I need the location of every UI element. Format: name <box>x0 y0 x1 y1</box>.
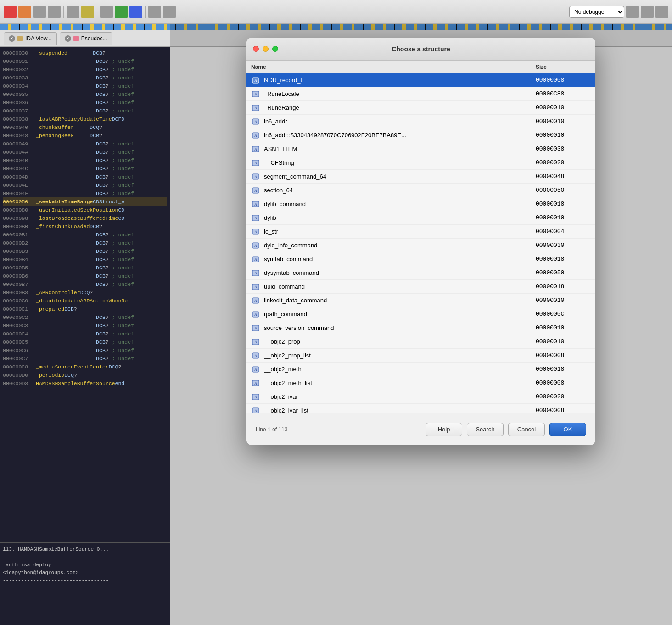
ida-line-16: 0000004E DCB ? ; undef <box>3 181 167 189</box>
struct-row-21[interactable]: A __objc2_meth00000018 <box>246 363 595 376</box>
struct-size-24: 00000008 <box>536 407 591 413</box>
struct-row-1[interactable]: A _RuneLocale00000C88 <box>246 87 595 101</box>
tab-pseudocode[interactable]: ✕ Pseudoc... <box>60 32 112 45</box>
tab-label-1: IDA View... <box>25 35 52 42</box>
struct-size-13: 00000018 <box>536 256 591 262</box>
struct-row-11[interactable]: A lc_str00000004 <box>246 225 595 239</box>
struct-row-17[interactable]: A rpath_command0000000C <box>246 307 595 321</box>
ida-line-7: 00000037 DCB ? ; undef <box>3 106 167 115</box>
close-button[interactable] <box>253 46 259 52</box>
struct-size-18: 00000010 <box>536 324 591 331</box>
tab-badge-2 <box>73 36 79 41</box>
struct-size-7: 00000048 <box>536 173 591 180</box>
cancel-button[interactable]: Cancel <box>508 423 545 436</box>
struct-name-6: __CFString <box>264 159 536 166</box>
svg-text:A: A <box>254 147 257 151</box>
struct-name-7: segment_command_64 <box>264 173 536 180</box>
struct-row-24[interactable]: A __objc2_ivar_list00000008 <box>246 404 595 413</box>
struct-row-0[interactable]: A NDR_record_t00000008 <box>246 73 595 87</box>
help-button[interactable]: Help <box>426 423 462 436</box>
tab-close-1[interactable]: ✕ <box>9 35 15 42</box>
ida-line-21: 000000B0 _firstChunkLoaded DCB ? <box>3 222 167 230</box>
svg-text:A: A <box>254 381 257 385</box>
struct-icon-9: A <box>251 200 260 209</box>
struct-icon-2: A <box>251 103 260 112</box>
struct-size-8: 00000050 <box>536 187 591 194</box>
toolbar-icon-6 <box>81 6 94 18</box>
terminal-line-4: ----------------------------------- <box>3 576 167 584</box>
struct-row-7[interactable]: A segment_command_6400000048 <box>246 170 595 184</box>
tab-ida-view[interactable]: ✕ IDA View... <box>4 32 57 45</box>
struct-row-2[interactable]: A _RuneRange00000010 <box>246 101 595 115</box>
struct-row-20[interactable]: A __objc2_prop_list00000008 <box>246 349 595 363</box>
struct-name-22: __objc2_meth_list <box>264 379 536 386</box>
minimize-button[interactable] <box>263 46 269 52</box>
maximize-button[interactable] <box>272 46 278 52</box>
struct-row-4[interactable]: A in6_addr::$3304349287070C706902F20BE7B… <box>246 128 595 142</box>
struct-icon-1: A <box>251 89 260 99</box>
struct-row-23[interactable]: A __objc2_ivar00000020 <box>246 390 595 404</box>
struct-icon-12: A <box>251 241 260 250</box>
struct-name-24: __objc2_ivar_list <box>264 407 536 413</box>
ida-line-20: 00000098 _lastBroadcastBufferedTime CD <box>3 214 167 222</box>
struct-row-6[interactable]: A __CFString00000020 <box>246 156 595 170</box>
struct-icon-11: A <box>251 227 260 236</box>
svg-text:A: A <box>254 312 257 317</box>
struct-row-16[interactable]: A linkedit_data_command00000010 <box>246 294 595 307</box>
struct-row-12[interactable]: A dyld_info_command00000030 <box>246 239 595 252</box>
struct-icon-21: A <box>251 365 260 374</box>
toolbar-icon-3 <box>33 6 46 18</box>
struct-icon-10: A <box>251 213 260 223</box>
svg-text:A: A <box>254 299 257 303</box>
ida-line-24: 000000B3 DCB ? ; undef <box>3 247 167 255</box>
ida-line-4: 00000034 DCB ? ; undef <box>3 82 167 90</box>
struct-name-1: _RuneLocale <box>264 90 536 97</box>
struct-size-3: 00000010 <box>536 118 591 125</box>
struct-name-18: source_version_command <box>264 324 536 331</box>
struct-size-5: 00000038 <box>536 145 591 152</box>
struct-row-13[interactable]: A symtab_command00000018 <box>246 252 595 266</box>
ida-terminal: 113. HAMDASHSampleBufferSource:0... -aut… <box>0 542 170 625</box>
toolbar-icon-5 <box>67 6 79 18</box>
struct-row-9[interactable]: A dylib_command00000018 <box>246 197 595 211</box>
struct-icon-17: A <box>251 310 260 319</box>
ok-button[interactable]: OK <box>549 423 586 436</box>
svg-text:A: A <box>254 120 257 124</box>
ida-line-10: 00000048 _pendingSeek DCB ? <box>3 131 167 140</box>
svg-text:A: A <box>254 354 257 358</box>
svg-text:A: A <box>254 134 257 138</box>
struct-row-19[interactable]: A __objc2_prop00000010 <box>246 335 595 349</box>
ida-line-11: 00000049 DCB ? ; undef <box>3 140 167 148</box>
struct-row-15[interactable]: A uuid_command00000018 <box>246 280 595 294</box>
structure-list[interactable]: A NDR_record_t00000008 A _RuneLocale0000… <box>246 73 595 413</box>
struct-size-6: 00000020 <box>536 159 591 166</box>
svg-text:A: A <box>254 271 257 275</box>
search-button[interactable]: Search <box>467 423 504 436</box>
toolbar-icon-1 <box>4 6 17 18</box>
struct-row-18[interactable]: A source_version_command00000010 <box>246 321 595 335</box>
toolbar-icon-8 <box>115 6 128 18</box>
svg-text:A: A <box>254 78 257 83</box>
struct-size-12: 00000030 <box>536 242 591 249</box>
struct-row-5[interactable]: A ASN1_ITEM00000038 <box>246 142 595 156</box>
struct-icon-15: A <box>251 282 260 291</box>
struct-row-10[interactable]: A dylib00000010 <box>246 211 595 225</box>
ida-line-31: 000000C1 _prepared DCB ? <box>3 305 167 313</box>
ida-line-26: 000000B5 DCB ? ; undef <box>3 263 167 272</box>
struct-size-11: 00000004 <box>536 228 591 235</box>
struct-row-22[interactable]: A __objc2_meth_list00000008 <box>246 376 595 390</box>
debugger-dropdown[interactable]: No debugger <box>569 6 624 18</box>
struct-row-8[interactable]: A section_6400000050 <box>246 184 595 197</box>
svg-text:A: A <box>254 285 257 289</box>
ida-line-13: 0000004B DCB ? ; undef <box>3 156 167 164</box>
struct-row-14[interactable]: A dysymtab_command00000050 <box>246 266 595 280</box>
ida-line-22: 000000B1 DCB ? ; undef <box>3 230 167 239</box>
struct-name-5: ASN1_ITEM <box>264 145 536 152</box>
terminal-line-1 <box>3 553 167 561</box>
svg-text:A: A <box>254 106 257 110</box>
struct-row-3[interactable]: A in6_addr00000010 <box>246 115 595 128</box>
struct-size-16: 00000010 <box>536 297 591 304</box>
svg-text:A: A <box>254 395 257 399</box>
tab-close-2[interactable]: ✕ <box>65 35 71 42</box>
struct-name-12: dyld_info_command <box>264 242 536 249</box>
